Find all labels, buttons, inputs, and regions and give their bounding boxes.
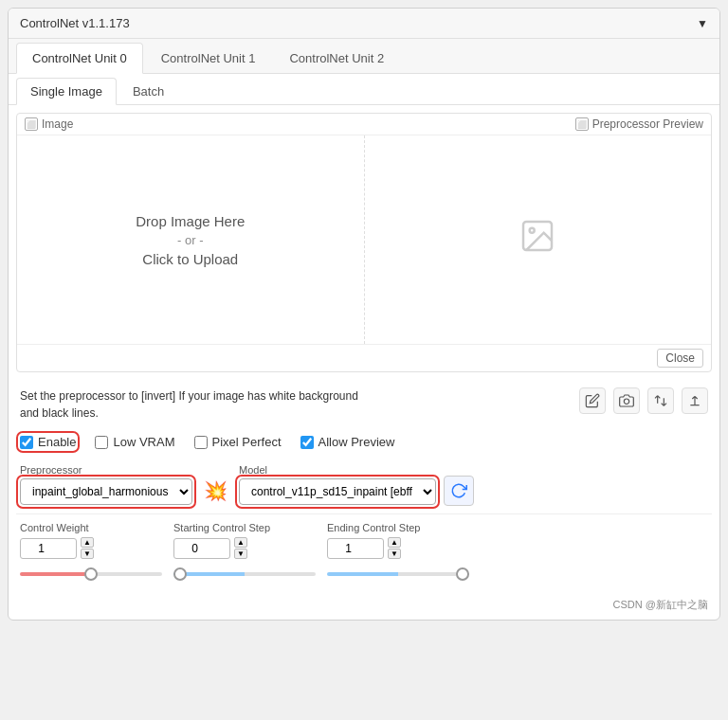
sub-tab-batch[interactable]: Batch: [118, 78, 178, 104]
starting-control-down[interactable]: ▼: [234, 549, 247, 559]
allow-preview-checkbox[interactable]: [300, 436, 314, 449]
pixel-perfect-checkbox[interactable]: [194, 436, 208, 449]
tab-unit-2[interactable]: ControlNet Unit 2: [273, 43, 400, 73]
refresh-button[interactable]: [444, 476, 474, 506]
header-title: ControlNet v1.1.173: [20, 16, 130, 30]
ending-control-slider[interactable]: [327, 572, 469, 576]
starting-control-spin: ▲ ▼: [234, 537, 247, 559]
swap-icon-btn[interactable]: [647, 387, 674, 414]
control-weight-up[interactable]: ▲: [81, 537, 94, 548]
preview-icon: ⬜: [575, 117, 589, 131]
image-area: ⬜ Image ⬜ Preprocessor Preview Drop Imag…: [16, 113, 712, 372]
info-text: Set the preprocessor to [invert] If your…: [20, 387, 380, 422]
control-weight-label: Control Weight: [20, 522, 162, 533]
enable-label[interactable]: Enable: [38, 435, 76, 449]
starting-control-input[interactable]: [173, 538, 230, 559]
starting-control-up[interactable]: ▲: [234, 537, 247, 548]
pixel-perfect-label[interactable]: Pixel Perfect: [212, 435, 282, 449]
sliders-section: Control Weight ▲ ▼ Starting Control St: [9, 514, 719, 594]
click-to-upload-text: Click to Upload: [142, 251, 238, 267]
pixel-perfect-checkbox-item[interactable]: Pixel Perfect: [194, 435, 282, 449]
header-bar: ControlNet v1.1.173 ▼: [9, 9, 719, 39]
control-weight-group: Control Weight ▲ ▼: [20, 522, 162, 579]
ending-control-group: Ending Control Step ▲ ▼: [327, 522, 469, 579]
ending-control-spin: ▲ ▼: [388, 537, 401, 559]
info-row: Set the preprocessor to [invert] If your…: [9, 380, 719, 429]
image-label-text: Image: [42, 117, 73, 131]
control-weight-slider-row: [20, 565, 162, 579]
main-tabs: ControlNet Unit 0 ControlNet Unit 1 Cont…: [9, 39, 719, 74]
starting-control-label: Starting Control Step: [173, 522, 316, 533]
image-icon: ⬜: [25, 117, 38, 131]
control-weight-input[interactable]: [20, 538, 77, 559]
control-weight-spin: ▲ ▼: [81, 537, 94, 559]
starting-control-slider-row: [173, 565, 316, 579]
checkboxes-row: Enable Low VRAM Pixel Perfect Allow Prev…: [9, 429, 719, 455]
ending-control-label: Ending Control Step: [327, 522, 469, 533]
tab-unit-1[interactable]: ControlNet Unit 1: [145, 43, 272, 73]
sliders-row: Control Weight ▲ ▼ Starting Control St: [20, 522, 708, 579]
svg-point-1: [530, 228, 535, 233]
watermark: CSDN @新缸中之脑: [9, 594, 719, 620]
allow-preview-checkbox-item[interactable]: Allow Preview: [300, 435, 395, 449]
upload-right: [365, 135, 712, 344]
preprocessor-select[interactable]: inpaint_global_harmonious none inpaint_o…: [20, 478, 192, 505]
model-group: Model control_v11p_sd15_inpaint [ebff No…: [239, 464, 436, 505]
ending-control-slider-row: [327, 565, 469, 579]
starting-control-group: Starting Control Step ▲ ▼: [173, 522, 316, 579]
model-select[interactable]: control_v11p_sd15_inpaint [ebff None: [239, 478, 436, 505]
upload-zone[interactable]: Drop Image Here - or - Click to Upload: [17, 135, 711, 344]
svg-point-2: [624, 399, 628, 404]
explosion-icon: 💥: [200, 479, 231, 502]
placeholder-icon: [519, 217, 556, 262]
low-vram-label[interactable]: Low VRAM: [113, 435, 174, 449]
enable-checkbox[interactable]: [20, 436, 33, 449]
enable-checkbox-item[interactable]: Enable: [20, 435, 76, 449]
preprocessor-group: Preprocessor inpaint_global_harmonious n…: [20, 464, 192, 505]
content-area: Single Image Batch ⬜ Image ⬜ Preprocesso…: [9, 74, 719, 620]
control-weight-slider[interactable]: [20, 572, 162, 576]
drop-text: Drop Image Here: [136, 213, 245, 229]
starting-control-input-row: ▲ ▼: [173, 537, 316, 559]
preprocessor-preview-label: ⬜ Preprocessor Preview: [575, 117, 703, 131]
allow-preview-label[interactable]: Allow Preview: [318, 435, 395, 449]
sub-tabs: Single Image Batch: [9, 74, 719, 105]
model-label: Model: [239, 464, 436, 476]
low-vram-checkbox[interactable]: [95, 436, 108, 449]
starting-control-slider[interactable]: [173, 572, 316, 576]
control-weight-down[interactable]: ▼: [81, 549, 94, 559]
info-icons: [579, 387, 708, 414]
close-button[interactable]: Close: [657, 349, 703, 368]
ending-control-input-row: ▲ ▼: [327, 537, 469, 559]
ending-control-down[interactable]: ▼: [388, 549, 401, 559]
upload-left[interactable]: Drop Image Here - or - Click to Upload: [17, 135, 365, 344]
edit-icon-btn[interactable]: [579, 387, 606, 414]
controlnet-panel: ControlNet v1.1.173 ▼ ControlNet Unit 0 …: [8, 8, 720, 621]
collapse-icon[interactable]: ▼: [697, 17, 708, 30]
image-area-header: ⬜ Image ⬜ Preprocessor Preview: [17, 114, 711, 135]
sub-tab-single-image[interactable]: Single Image: [16, 78, 117, 105]
ending-control-input[interactable]: [327, 538, 384, 559]
preprocessor-preview-text: Preprocessor Preview: [592, 117, 703, 131]
ending-control-up[interactable]: ▲: [388, 537, 401, 548]
image-label: ⬜ Image: [25, 117, 73, 131]
low-vram-checkbox-item[interactable]: Low VRAM: [95, 435, 174, 449]
control-weight-input-row: ▲ ▼: [20, 537, 162, 559]
upload-icon-btn[interactable]: [682, 387, 708, 414]
preprocessor-label: Preprocessor: [20, 464, 192, 476]
selectors-row: Preprocessor inpaint_global_harmonious n…: [9, 455, 719, 513]
or-text: - or -: [177, 233, 203, 247]
tab-unit-0[interactable]: ControlNet Unit 0: [16, 43, 143, 74]
close-btn-row: Close: [17, 344, 711, 371]
camera-icon-btn[interactable]: [613, 387, 640, 414]
